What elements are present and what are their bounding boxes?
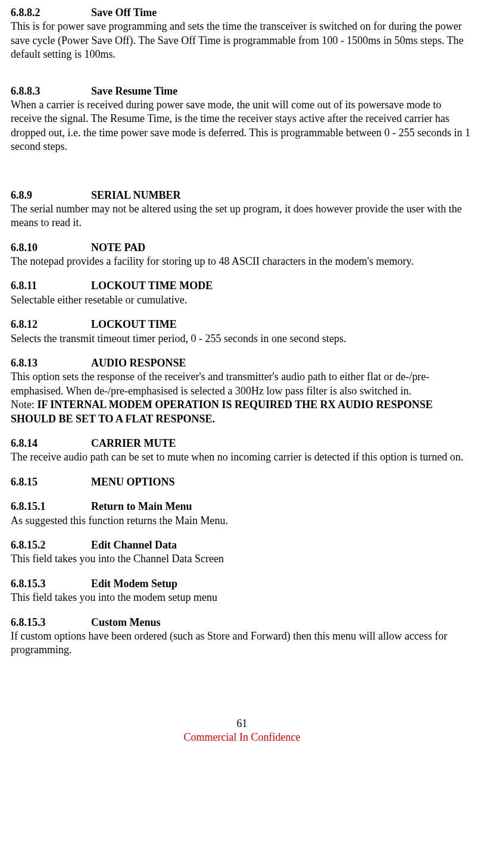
page-footer: 61 Commercial In Confidence [11,717,473,745]
heading-title: CARRIER MUTE [91,437,176,449]
body-6-8-13: This option sets the response of the rec… [11,370,473,398]
heading-title: LOCKOUT TIME [91,318,177,330]
heading-6-8-15-2: 6.8.15.2Edit Channel Data [11,538,473,552]
body-6-8-12: Selects the transmit timeout timer perio… [11,332,473,346]
section-6-8-15-3b: 6.8.15.3Custom Menus If custom options h… [11,616,473,657]
body-6-8-15-1: As suggested this function returns the M… [11,514,473,528]
heading-6-8-12: 6.8.12LOCKOUT TIME [11,318,473,331]
heading-6-8-9: 6.8.9SERIAL NUMBER [11,189,473,202]
heading-title: Edit Modem Setup [91,578,177,590]
heading-6-8-15: 6.8.15MENU OPTIONS [11,475,473,489]
heading-title: Save Resume Time [91,85,177,97]
heading-6-8-8-3: 6.8.8.3Save Resume Time [11,84,473,98]
heading-number: 6.8.15.1 [11,500,91,513]
section-6-8-15-3a: 6.8.15.3Edit Modem Setup This field take… [11,577,473,605]
section-6-8-15: 6.8.15MENU OPTIONS [11,475,473,489]
heading-number: 6.8.10 [11,241,91,255]
heading-title: AUDIO RESPONSE [91,357,186,369]
body-6-8-15-3a: This field takes you into the modem setu… [11,591,473,604]
heading-number: 6.8.15.2 [11,538,91,552]
heading-number: 6.8.12 [11,318,91,331]
heading-number: 6.8.9 [11,189,91,202]
section-6-8-15-2: 6.8.15.2Edit Channel Data This field tak… [11,538,473,566]
heading-title: Custom Menus [91,616,161,628]
section-6-8-12: 6.8.12LOCKOUT TIME Selects the transmit … [11,318,473,346]
heading-6-8-15-1: 6.8.15.1Return to Main Menu [11,500,473,513]
heading-6-8-15-3a: 6.8.15.3Edit Modem Setup [11,577,473,591]
body-6-8-15-2: This field takes you into the Channel Da… [11,552,473,566]
heading-title: Return to Main Menu [91,500,192,512]
body-6-8-15-3b: If custom options have been ordered (suc… [11,629,473,657]
section-6-8-8-2: 6.8.8.2Save Off Time This is for power s… [11,6,473,62]
body-6-8-10: The notepad provides a facility for stor… [11,255,473,268]
note-bold-text: IF INTERNAL MODEM OPERATION IS REQUIRED … [11,399,433,424]
note-6-8-13: Note: IF INTERNAL MODEM OPERATION IS REQ… [11,398,473,426]
section-6-8-11: 6.8.11LOCKOUT TIME MODE Selectable eithe… [11,279,473,307]
heading-6-8-10: 6.8.10NOTE PAD [11,241,473,255]
heading-number: 6.8.14 [11,437,91,450]
section-6-8-15-1: 6.8.15.1Return to Main Menu As suggested… [11,500,473,528]
heading-6-8-11: 6.8.11LOCKOUT TIME MODE [11,279,473,293]
heading-6-8-8-2: 6.8.8.2Save Off Time [11,6,473,20]
body-6-8-8-2: This is for power save programming and s… [11,20,473,61]
heading-number: 6.8.13 [11,356,91,370]
heading-6-8-15-3b: 6.8.15.3Custom Menus [11,616,473,629]
heading-title: MENU OPTIONS [91,476,175,488]
confidential-notice: Commercial In Confidence [11,731,473,744]
heading-title: LOCKOUT TIME MODE [91,280,213,292]
section-6-8-10: 6.8.10NOTE PAD The notepad provides a fa… [11,241,473,269]
heading-number: 6.8.8.3 [11,84,91,98]
heading-title: Edit Channel Data [91,539,177,551]
heading-title: Save Off Time [91,7,157,18]
section-6-8-8-3: 6.8.8.3Save Resume Time When a carrier i… [11,84,473,154]
body-6-8-14: The receive audio path can be set to mut… [11,450,473,464]
heading-6-8-13: 6.8.13AUDIO RESPONSE [11,356,473,370]
heading-number: 6.8.15.3 [11,577,91,591]
body-6-8-11: Selectable either resetable or cumulativ… [11,293,473,307]
section-6-8-13: 6.8.13AUDIO RESPONSE This option sets th… [11,356,473,426]
section-6-8-9: 6.8.9SERIAL NUMBER The serial number may… [11,189,473,230]
page-number: 61 [11,717,473,731]
heading-number: 6.8.15.3 [11,616,91,629]
heading-6-8-14: 6.8.14CARRIER MUTE [11,437,473,450]
note-prefix: Note: [11,399,38,411]
body-6-8-8-3: When a carrier is received during power … [11,98,473,154]
body-6-8-9: The serial number may not be altered usi… [11,202,473,230]
heading-title: NOTE PAD [91,242,145,253]
heading-number: 6.8.8.2 [11,6,91,20]
heading-title: SERIAL NUMBER [91,189,181,201]
heading-number: 6.8.11 [11,279,91,293]
section-6-8-14: 6.8.14CARRIER MUTE The receive audio pat… [11,437,473,465]
heading-number: 6.8.15 [11,475,91,489]
